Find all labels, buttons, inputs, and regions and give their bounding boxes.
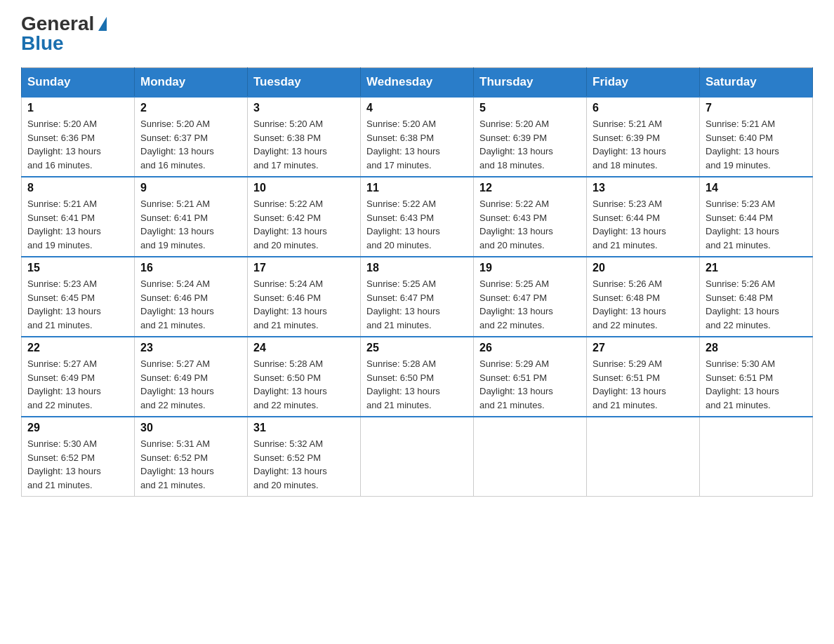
calendar-week-2: 8 Sunrise: 5:21 AM Sunset: 6:41 PM Dayli… [22, 177, 813, 257]
day-number: 15 [27, 262, 128, 274]
day-info: Sunrise: 5:31 AM Sunset: 6:52 PM Dayligh… [140, 437, 241, 492]
calendar-cell: 2 Sunrise: 5:20 AM Sunset: 6:37 PM Dayli… [135, 97, 248, 177]
day-info: Sunrise: 5:23 AM Sunset: 6:44 PM Dayligh… [593, 197, 694, 252]
day-info: Sunrise: 5:27 AM Sunset: 6:49 PM Dayligh… [27, 357, 128, 412]
calendar-cell: 13 Sunrise: 5:23 AM Sunset: 6:44 PM Dayl… [587, 177, 700, 257]
calendar-cell: 7 Sunrise: 5:21 AM Sunset: 6:40 PM Dayli… [700, 97, 813, 177]
day-number: 6 [593, 102, 694, 114]
day-number: 13 [593, 182, 694, 194]
calendar-cell [474, 417, 587, 497]
calendar-week-3: 15 Sunrise: 5:23 AM Sunset: 6:45 PM Dayl… [22, 257, 813, 337]
logo-general-text: General [21, 14, 94, 34]
calendar-cell: 4 Sunrise: 5:20 AM Sunset: 6:38 PM Dayli… [361, 97, 474, 177]
calendar-week-5: 29 Sunrise: 5:30 AM Sunset: 6:52 PM Dayl… [22, 417, 813, 497]
day-header-thursday: Thursday [474, 68, 587, 98]
calendar-cell: 11 Sunrise: 5:22 AM Sunset: 6:43 PM Dayl… [361, 177, 474, 257]
calendar-cell: 27 Sunrise: 5:29 AM Sunset: 6:51 PM Dayl… [587, 337, 700, 417]
day-number: 2 [140, 102, 241, 114]
day-number: 16 [140, 262, 241, 274]
day-number: 23 [140, 342, 241, 354]
page-header: General Blue [21, 14, 813, 53]
logo-blue-text: Blue [21, 34, 64, 53]
day-info: Sunrise: 5:22 AM Sunset: 6:43 PM Dayligh… [366, 197, 468, 252]
day-info: Sunrise: 5:27 AM Sunset: 6:49 PM Dayligh… [140, 357, 241, 412]
day-info: Sunrise: 5:25 AM Sunset: 6:47 PM Dayligh… [366, 277, 468, 332]
day-number: 17 [253, 262, 355, 274]
calendar-cell: 3 Sunrise: 5:20 AM Sunset: 6:38 PM Dayli… [248, 97, 361, 177]
day-number: 7 [706, 102, 807, 114]
day-number: 28 [706, 342, 807, 354]
day-info: Sunrise: 5:30 AM Sunset: 6:52 PM Dayligh… [27, 437, 128, 492]
day-header-friday: Friday [587, 68, 700, 98]
day-number: 11 [366, 182, 468, 194]
day-info: Sunrise: 5:21 AM Sunset: 6:41 PM Dayligh… [140, 197, 241, 252]
day-number: 27 [593, 342, 694, 354]
calendar-cell: 24 Sunrise: 5:28 AM Sunset: 6:50 PM Dayl… [248, 337, 361, 417]
day-info: Sunrise: 5:28 AM Sunset: 6:50 PM Dayligh… [253, 357, 355, 412]
calendar-body: 1 Sunrise: 5:20 AM Sunset: 6:36 PM Dayli… [22, 97, 813, 497]
day-number: 18 [366, 262, 468, 274]
day-header-saturday: Saturday [700, 68, 813, 98]
calendar-cell: 19 Sunrise: 5:25 AM Sunset: 6:47 PM Dayl… [474, 257, 587, 337]
day-info: Sunrise: 5:29 AM Sunset: 6:51 PM Dayligh… [593, 357, 694, 412]
day-info: Sunrise: 5:20 AM Sunset: 6:38 PM Dayligh… [253, 117, 355, 172]
calendar-cell: 29 Sunrise: 5:30 AM Sunset: 6:52 PM Dayl… [22, 417, 135, 497]
day-header-tuesday: Tuesday [248, 68, 361, 98]
day-number: 21 [706, 262, 807, 274]
calendar-cell: 22 Sunrise: 5:27 AM Sunset: 6:49 PM Dayl… [22, 337, 135, 417]
day-header-wednesday: Wednesday [361, 68, 474, 98]
day-info: Sunrise: 5:21 AM Sunset: 6:39 PM Dayligh… [593, 117, 694, 172]
day-number: 1 [27, 102, 128, 114]
calendar-week-4: 22 Sunrise: 5:27 AM Sunset: 6:49 PM Dayl… [22, 337, 813, 417]
day-info: Sunrise: 5:24 AM Sunset: 6:46 PM Dayligh… [253, 277, 355, 332]
day-info: Sunrise: 5:20 AM Sunset: 6:39 PM Dayligh… [479, 117, 581, 172]
calendar-cell [361, 417, 474, 497]
calendar-cell: 18 Sunrise: 5:25 AM Sunset: 6:47 PM Dayl… [361, 257, 474, 337]
day-number: 19 [479, 262, 581, 274]
day-info: Sunrise: 5:23 AM Sunset: 6:45 PM Dayligh… [27, 277, 128, 332]
calendar-header: SundayMondayTuesdayWednesdayThursdayFrid… [22, 68, 813, 98]
calendar-cell: 16 Sunrise: 5:24 AM Sunset: 6:46 PM Dayl… [135, 257, 248, 337]
calendar-cell: 17 Sunrise: 5:24 AM Sunset: 6:46 PM Dayl… [248, 257, 361, 337]
day-number: 5 [479, 102, 581, 114]
day-header-monday: Monday [135, 68, 248, 98]
day-number: 10 [253, 182, 355, 194]
calendar-cell: 21 Sunrise: 5:26 AM Sunset: 6:48 PM Dayl… [700, 257, 813, 337]
logo-triangle-icon [98, 17, 107, 31]
calendar-cell: 9 Sunrise: 5:21 AM Sunset: 6:41 PM Dayli… [135, 177, 248, 257]
calendar-cell [700, 417, 813, 497]
day-number: 25 [366, 342, 468, 354]
day-info: Sunrise: 5:29 AM Sunset: 6:51 PM Dayligh… [479, 357, 581, 412]
day-info: Sunrise: 5:30 AM Sunset: 6:51 PM Dayligh… [706, 357, 807, 412]
day-number: 30 [140, 422, 241, 434]
day-info: Sunrise: 5:25 AM Sunset: 6:47 PM Dayligh… [479, 277, 581, 332]
calendar-cell: 23 Sunrise: 5:27 AM Sunset: 6:49 PM Dayl… [135, 337, 248, 417]
calendar-cell: 15 Sunrise: 5:23 AM Sunset: 6:45 PM Dayl… [22, 257, 135, 337]
calendar-cell: 20 Sunrise: 5:26 AM Sunset: 6:48 PM Dayl… [587, 257, 700, 337]
calendar-table: SundayMondayTuesdayWednesdayThursdayFrid… [21, 67, 813, 497]
day-info: Sunrise: 5:21 AM Sunset: 6:41 PM Dayligh… [27, 197, 128, 252]
calendar-cell: 6 Sunrise: 5:21 AM Sunset: 6:39 PM Dayli… [587, 97, 700, 177]
calendar-cell: 28 Sunrise: 5:30 AM Sunset: 6:51 PM Dayl… [700, 337, 813, 417]
day-info: Sunrise: 5:24 AM Sunset: 6:46 PM Dayligh… [140, 277, 241, 332]
day-number: 20 [593, 262, 694, 274]
day-info: Sunrise: 5:28 AM Sunset: 6:50 PM Dayligh… [366, 357, 468, 412]
day-info: Sunrise: 5:26 AM Sunset: 6:48 PM Dayligh… [706, 277, 807, 332]
calendar-cell: 8 Sunrise: 5:21 AM Sunset: 6:41 PM Dayli… [22, 177, 135, 257]
day-number: 14 [706, 182, 807, 194]
calendar-cell: 1 Sunrise: 5:20 AM Sunset: 6:36 PM Dayli… [22, 97, 135, 177]
calendar-week-1: 1 Sunrise: 5:20 AM Sunset: 6:36 PM Dayli… [22, 97, 813, 177]
day-number: 26 [479, 342, 581, 354]
day-number: 8 [27, 182, 128, 194]
day-info: Sunrise: 5:23 AM Sunset: 6:44 PM Dayligh… [706, 197, 807, 252]
day-number: 22 [27, 342, 128, 354]
calendar-cell: 12 Sunrise: 5:22 AM Sunset: 6:43 PM Dayl… [474, 177, 587, 257]
day-number: 31 [253, 422, 355, 434]
calendar-cell: 14 Sunrise: 5:23 AM Sunset: 6:44 PM Dayl… [700, 177, 813, 257]
calendar-cell: 31 Sunrise: 5:32 AM Sunset: 6:52 PM Dayl… [248, 417, 361, 497]
calendar-cell: 26 Sunrise: 5:29 AM Sunset: 6:51 PM Dayl… [474, 337, 587, 417]
header-row: SundayMondayTuesdayWednesdayThursdayFrid… [22, 68, 813, 98]
day-number: 12 [479, 182, 581, 194]
calendar-cell: 30 Sunrise: 5:31 AM Sunset: 6:52 PM Dayl… [135, 417, 248, 497]
day-number: 24 [253, 342, 355, 354]
